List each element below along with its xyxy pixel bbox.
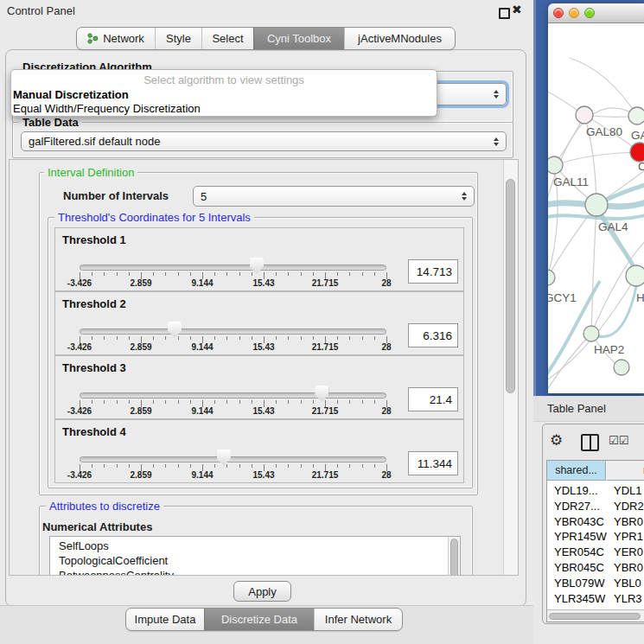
table-cell-shared-name[interactable]: YBL079W — [554, 577, 605, 590]
network-node[interactable] — [576, 106, 593, 124]
table-cell-shared-name[interactable]: YBR045C — [554, 561, 604, 574]
table-hscrollbar-track[interactable] — [547, 609, 644, 622]
slider-tick-label: 9.144 — [176, 406, 228, 416]
slider-thumb[interactable] — [315, 386, 328, 402]
bottom-tab-impute-data[interactable]: Impute Data — [126, 609, 204, 630]
table-cell-name[interactable]: YBL0 — [614, 577, 641, 590]
network-node[interactable] — [583, 326, 599, 341]
slider-tick — [165, 272, 166, 276]
threshold-value-field[interactable]: 14.713 — [408, 259, 458, 284]
slider-tick — [374, 336, 375, 340]
desktop-edge-highlight — [533, 0, 536, 396]
table-data-combo[interactable]: galFiltered.sif default node — [21, 131, 507, 151]
slider-tick-label: 28 — [360, 470, 412, 480]
zoom-traffic-light[interactable] — [584, 8, 595, 18]
network-node[interactable] — [585, 194, 608, 216]
slider-track[interactable] — [80, 456, 386, 462]
slider-tick — [190, 336, 191, 340]
close-traffic-light[interactable] — [553, 8, 564, 18]
pane-scrollbar-track[interactable] — [503, 160, 518, 575]
tab-select[interactable]: Select — [201, 28, 253, 49]
bottom-tab-discretize-data[interactable]: Discretize Data — [204, 609, 314, 630]
slider-tick — [129, 272, 130, 276]
tab-jactivemnodules[interactable]: jActiveMNodules — [344, 28, 455, 49]
threshold-value-field[interactable]: 11.344 — [408, 451, 458, 475]
table-hscrollbar-thumb[interactable] — [549, 613, 641, 620]
table-cell-name[interactable]: YPR1 — [614, 530, 643, 543]
network-node[interactable] — [614, 360, 629, 375]
network-node[interactable] — [630, 143, 644, 162]
network-node[interactable] — [626, 265, 644, 286]
table-cell-name[interactable]: YER0 — [614, 545, 643, 558]
table-cell-name[interactable]: YLR3 — [614, 592, 642, 605]
network-node[interactable] — [548, 270, 555, 285]
slider-tick — [190, 400, 191, 404]
minimize-traffic-light[interactable] — [569, 8, 579, 18]
popup-item-manual-discretization[interactable]: Manual Discretization — [13, 88, 129, 101]
slider-track[interactable] — [80, 392, 386, 399]
attribute-item-selfloops[interactable]: SelfLoops — [59, 539, 109, 552]
slider-thumb[interactable] — [217, 450, 231, 466]
slider-tick — [129, 336, 130, 340]
network-view-window[interactable]: GAL80GACGAL11GAL4GCY1HHAP2 — [548, 3, 644, 393]
numerical-attributes-list[interactable]: SelfLoopsTopologicalCoefficientBetweenne… — [49, 536, 461, 576]
table-cell-name[interactable]: YBR0 — [614, 515, 643, 528]
tab-network[interactable]: Network — [77, 28, 155, 49]
node-attribute-table[interactable]: shared...n YDL19...YDL1YDR27...YDR2YBR04… — [546, 460, 644, 622]
attribute-item-betweennesscentrality[interactable]: BetweennessCentrality — [59, 569, 174, 576]
slider-tick — [129, 400, 130, 404]
network-edge-thick[interactable] — [593, 277, 638, 337]
table-cell-name[interactable]: YDL1 — [614, 484, 642, 497]
table-cell-shared-name[interactable]: YDL19... — [554, 484, 598, 497]
columns-icon[interactable] — [581, 434, 599, 451]
network-edge[interactable] — [591, 205, 596, 334]
table-cell-name[interactable]: YBR0 — [614, 561, 643, 574]
slider-thumb[interactable] — [168, 322, 182, 338]
slider-tick — [239, 272, 240, 276]
slider-tick — [313, 336, 314, 340]
table-cell-shared-name[interactable]: YLR345W — [554, 592, 605, 605]
network-node[interactable] — [628, 107, 644, 124]
table-cell-shared-name[interactable]: YBR043C — [554, 515, 604, 528]
apply-button[interactable]: Apply — [233, 581, 291, 602]
popup-item-equal-width-frequency-discretization[interactable]: Equal Width/Frequency Discretization — [13, 102, 201, 115]
list-scrollbar-thumb[interactable] — [450, 539, 458, 576]
table-cell-shared-name[interactable]: YPR145W — [554, 530, 607, 543]
gear-icon[interactable]: ⚙ — [550, 431, 563, 449]
slider-tick — [226, 400, 227, 404]
pane-scrollbar-thumb[interactable] — [506, 179, 515, 393]
attribute-item-topologicalcoefficient[interactable]: TopologicalCoefficient — [59, 554, 168, 567]
float-window-icon[interactable] — [499, 8, 510, 19]
tab-style[interactable]: Style — [155, 28, 201, 49]
slider-track[interactable] — [80, 265, 386, 271]
tab-label: Infer Network — [325, 613, 392, 626]
threshold-label: Threshold 1 — [62, 233, 126, 246]
table-column-header-1[interactable]: n — [607, 461, 644, 481]
slider-tick — [252, 464, 252, 468]
checkboxes-icon[interactable]: ☑☑ — [609, 434, 628, 447]
table-cell-name[interactable]: YDR2 — [614, 500, 644, 513]
slider-tick — [239, 464, 240, 468]
bottom-tab-infer-network[interactable]: Infer Network — [314, 609, 402, 630]
number-of-intervals-combo[interactable]: 5 — [193, 186, 475, 207]
slider-tick — [92, 272, 92, 276]
threshold-value-field[interactable]: 6.316 — [408, 323, 458, 348]
network-edge[interactable] — [554, 152, 640, 165]
slider-tick — [104, 400, 105, 404]
slider-tick-label: 2.859 — [115, 406, 167, 416]
slider-tick — [313, 464, 314, 468]
close-icon[interactable]: ✖ — [512, 3, 522, 16]
slider-tick — [301, 464, 302, 468]
slider-tick — [288, 464, 289, 468]
slider-tick-label: 21.715 — [299, 406, 351, 416]
slider-track[interactable] — [80, 328, 386, 335]
table-cell-shared-name[interactable]: YER054C — [554, 545, 604, 558]
tab-label: Cyni Toolbox — [267, 32, 331, 45]
table-cell-shared-name[interactable]: YDR27... — [554, 500, 600, 513]
network-node[interactable] — [548, 156, 563, 174]
table-column-header-0[interactable]: shared... — [547, 461, 606, 481]
list-scrollbar-track[interactable] — [448, 537, 460, 576]
network-canvas[interactable]: GAL80GACGAL11GAL4GCY1HHAP2 — [548, 23, 644, 393]
tab-cyni-toolbox[interactable]: Cyni Toolbox — [253, 28, 344, 49]
threshold-value-field[interactable]: 21.4 — [408, 387, 458, 411]
